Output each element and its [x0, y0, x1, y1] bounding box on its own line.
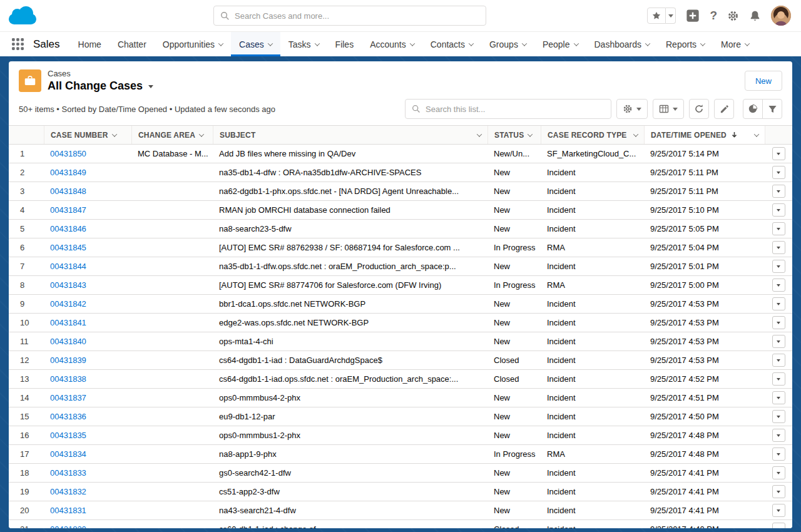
row-actions-button[interactable] [772, 466, 785, 479]
case-number-link[interactable]: 00431839 [50, 356, 86, 365]
row-actions-button[interactable] [772, 297, 785, 310]
nav-item[interactable]: Reports [658, 32, 713, 56]
case-number-link[interactable]: 00431832 [50, 487, 86, 496]
list-search-input[interactable] [426, 105, 605, 114]
chevron-down-icon[interactable] [218, 41, 223, 46]
help-button[interactable]: ? [710, 9, 717, 23]
row-actions-button[interactable] [772, 429, 785, 442]
column-header-case-number[interactable]: CASE NUMBER [44, 126, 131, 144]
chevron-down-icon[interactable] [522, 41, 527, 46]
notifications-button[interactable] [749, 10, 761, 22]
row-actions-button[interactable] [772, 316, 785, 329]
list-search[interactable] [405, 99, 611, 119]
case-number-link[interactable]: 00431835 [50, 431, 86, 440]
new-case-button[interactable]: New [745, 71, 782, 91]
case-number-link[interactable]: 00431830 [50, 524, 86, 528]
case-number-link[interactable]: 00431840 [50, 337, 86, 346]
date-time-opened-cell: 9/25/2017 4:53 PM [644, 356, 765, 365]
case-number-link[interactable]: 00431844 [50, 262, 86, 271]
chevron-down-icon[interactable] [268, 41, 273, 46]
row-actions-button[interactable] [772, 372, 785, 386]
quick-create-button[interactable] [686, 9, 700, 23]
nav-item[interactable]: Files [327, 32, 362, 56]
case-number-link[interactable]: 00431846 [50, 224, 86, 233]
chevron-down-icon[interactable] [314, 41, 319, 46]
inline-edit-button[interactable] [714, 99, 734, 119]
case-number-link[interactable]: 00431843 [50, 280, 86, 290]
nav-item[interactable]: Home [70, 32, 110, 56]
case-number-link[interactable]: 00431836 [50, 412, 86, 421]
chevron-down-icon[interactable] [409, 41, 414, 46]
row-actions-button[interactable] [772, 448, 785, 461]
nav-item[interactable]: Chatter [110, 32, 155, 56]
chevron-down-icon[interactable] [111, 131, 116, 136]
column-header-date-time-opened[interactable]: DATE/TIME OPENED [644, 126, 765, 144]
case-number-link[interactable]: 00431837 [50, 393, 86, 402]
nav-item[interactable]: Opportunities [155, 32, 231, 56]
case-number-link[interactable]: 00431849 [50, 168, 86, 177]
nav-item[interactable]: More [713, 32, 757, 56]
list-settings-button[interactable] [616, 99, 648, 119]
chevron-down-icon[interactable] [573, 41, 578, 46]
row-actions-button[interactable] [772, 147, 785, 160]
favorites-menu-button[interactable] [666, 8, 676, 24]
chevron-down-icon[interactable] [700, 41, 705, 46]
app-launcher-icon[interactable] [11, 38, 24, 51]
case-number-link[interactable]: 00431834 [50, 449, 86, 459]
list-view-selector-icon[interactable] [148, 85, 153, 88]
row-actions-button[interactable] [772, 391, 785, 404]
case-number-link[interactable]: 00431833 [50, 468, 86, 478]
column-header-case-record-type[interactable]: CASE RECORD TYPE [541, 126, 644, 144]
chevron-down-icon[interactable] [477, 131, 482, 136]
case-number-link[interactable]: 00431845 [50, 243, 86, 252]
chevron-down-icon[interactable] [754, 131, 759, 136]
nav-item[interactable]: Dashboards [586, 32, 658, 56]
row-actions-button[interactable] [772, 335, 785, 348]
chevron-down-icon[interactable] [528, 131, 533, 136]
nav-item[interactable]: Groups [481, 32, 534, 56]
row-actions-button[interactable] [772, 504, 785, 517]
global-search[interactable] [213, 6, 486, 26]
setup-button[interactable] [727, 10, 739, 22]
row-actions-button[interactable] [772, 279, 785, 292]
row-actions-button[interactable] [772, 410, 785, 423]
nav-item[interactable]: People [534, 32, 586, 56]
chevron-down-icon[interactable] [469, 41, 474, 46]
column-header-subject[interactable]: SUBJECT [213, 126, 487, 144]
nav-item[interactable]: Contacts [422, 32, 481, 56]
row-actions-button[interactable] [772, 260, 785, 273]
global-search-input[interactable] [235, 11, 479, 21]
row-actions-button[interactable] [772, 185, 785, 198]
case-number-link[interactable]: 00431847 [50, 205, 86, 215]
case-number-link[interactable]: 00431838 [50, 374, 86, 384]
display-as-button[interactable] [653, 99, 684, 119]
case-number-link[interactable]: 00431848 [50, 187, 86, 196]
row-actions-button[interactable] [772, 354, 785, 367]
chevron-down-icon[interactable] [645, 41, 650, 46]
row-actions-button[interactable] [772, 222, 785, 235]
row-actions-button[interactable] [772, 485, 785, 498]
column-header-status[interactable]: STATUS [487, 126, 541, 144]
column-header-change-area[interactable]: CHANGE AREA [131, 126, 213, 144]
chevron-down-icon[interactable] [633, 131, 638, 136]
filters-button[interactable] [762, 99, 782, 119]
nav-item[interactable]: Cases [231, 32, 280, 56]
case-number-link[interactable]: 00431841 [50, 318, 86, 327]
favorites-star-button[interactable] [647, 8, 666, 24]
chevron-down-icon[interactable] [199, 131, 204, 136]
case-number-link[interactable]: 00431831 [50, 506, 86, 515]
table-row: 14 00431837 ops0-mmmbus4-2-phx New Incid… [9, 389, 792, 407]
case-number-link[interactable]: 00431850 [50, 149, 86, 158]
list-view-title[interactable]: All Change Cases [48, 79, 153, 93]
row-actions-button[interactable] [772, 523, 785, 528]
nav-item[interactable]: Tasks [280, 32, 327, 56]
row-actions-button[interactable] [772, 241, 785, 254]
refresh-button[interactable] [689, 99, 709, 119]
case-number-link[interactable]: 00431842 [50, 299, 86, 309]
row-actions-button[interactable] [772, 166, 785, 179]
row-actions-button[interactable] [772, 203, 785, 217]
nav-item[interactable]: Accounts [362, 32, 422, 56]
user-avatar[interactable] [771, 6, 791, 26]
charts-button[interactable] [743, 99, 763, 119]
chevron-down-icon[interactable] [745, 41, 750, 46]
